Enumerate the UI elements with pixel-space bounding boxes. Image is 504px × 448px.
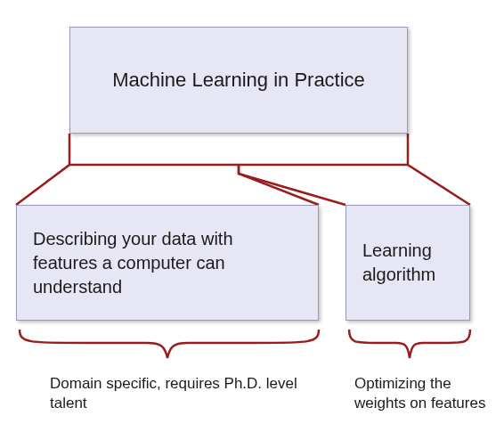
caption-left: Domain specific, requires Ph.D. level ta…: [50, 374, 299, 413]
caption-right: Optimizing the weights on features: [354, 374, 488, 413]
feature-engineering-box: Describing your data with features a com…: [16, 205, 319, 321]
title-box: Machine Learning in Practice: [69, 27, 408, 134]
title-text: Machine Learning in Practice: [112, 69, 365, 92]
caption-right-text: Optimizing the weights on features: [354, 375, 485, 411]
right-box-text: Learning algorithm: [362, 239, 453, 287]
learning-algorithm-box: Learning algorithm: [345, 205, 470, 321]
caption-left-text: Domain specific, requires Ph.D. level ta…: [50, 375, 297, 411]
left-box-text: Describing your data with features a com…: [33, 227, 302, 299]
